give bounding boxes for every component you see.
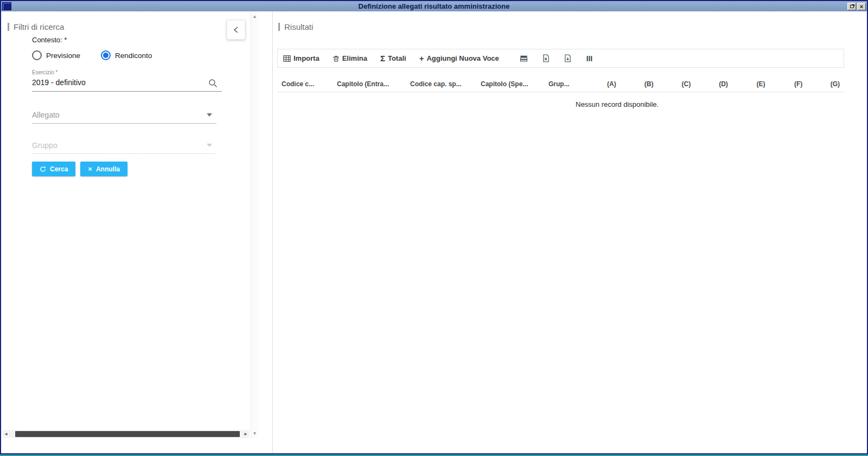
empty-state-text: Nessun record disponibile. xyxy=(576,100,659,108)
horizontal-scrollbar[interactable]: ◄ ► xyxy=(2,430,250,438)
app-window: Definizione allegati risultato amministr… xyxy=(0,0,868,454)
scroll-right-icon[interactable]: ► xyxy=(244,432,248,436)
chevron-down-icon[interactable] xyxy=(207,113,212,117)
contesto-radio-group: Previsione Rendiconto xyxy=(32,50,152,60)
results-toolbar: Importa Elimina Σ Totali + Aggiungi Nuov… xyxy=(277,49,844,68)
aggiungi-nuova-voce-button[interactable]: + Aggiungi Nuova Voce xyxy=(419,54,499,62)
results-title-label: Risultati xyxy=(284,22,313,31)
cerca-button[interactable]: Cerca xyxy=(32,162,75,176)
close-button[interactable]: × xyxy=(857,3,866,10)
export-pdf-button[interactable] xyxy=(564,54,571,62)
column-header[interactable]: (C) xyxy=(658,80,695,88)
results-title: Risultati xyxy=(278,22,313,31)
filters-panel: Filtri di ricerca Contesto: * Previsione… xyxy=(1,11,251,453)
column-header[interactable]: Grup... xyxy=(544,80,583,88)
column-header[interactable]: (G) xyxy=(807,80,844,88)
excel-icon xyxy=(542,54,550,62)
filters-title: Filtri di ricerca xyxy=(8,22,64,31)
column-header[interactable]: (A) xyxy=(583,80,621,88)
close-icon: × xyxy=(860,4,863,9)
aggiungi-label: Aggiungi Nuova Voce xyxy=(426,54,499,62)
grid-icon xyxy=(283,55,291,62)
column-header[interactable]: (E) xyxy=(732,80,770,88)
importa-button[interactable]: Importa xyxy=(283,54,320,62)
search-icon[interactable] xyxy=(208,79,218,88)
radio-previsione-label: Previsione xyxy=(46,52,80,60)
collapse-panel-button[interactable] xyxy=(227,20,245,40)
titlebar: Definizione allegati risultato amministr… xyxy=(1,1,867,11)
column-header[interactable]: (B) xyxy=(621,80,658,88)
radio-rendiconto[interactable]: Rendiconto xyxy=(101,50,152,60)
chevron-left-icon xyxy=(233,26,239,34)
gruppo-underline xyxy=(32,153,216,154)
column-header[interactable]: Capitolo (Entra... xyxy=(333,80,406,88)
column-header[interactable]: Capitolo (Spe... xyxy=(476,80,544,88)
results-panel: Risultati Importa Elimina Σ Totali + xyxy=(272,11,867,453)
totali-button[interactable]: Σ Totali xyxy=(380,54,406,62)
restore-icon xyxy=(850,5,854,8)
allegato-underline xyxy=(32,123,216,124)
section-bar xyxy=(8,23,9,31)
contesto-label: Contesto: * xyxy=(32,36,67,44)
pdf-icon xyxy=(564,54,571,62)
export-table-button[interactable] xyxy=(520,55,528,62)
vertical-scrollbar[interactable]: ▲ ▼ xyxy=(251,12,258,438)
scroll-left-icon[interactable]: ◄ xyxy=(4,432,8,436)
plus-icon: + xyxy=(419,54,424,62)
export-icons-group xyxy=(520,54,593,62)
columns-icon-button[interactable] xyxy=(586,55,593,62)
elimina-button[interactable]: Elimina xyxy=(333,54,367,62)
filters-title-label: Filtri di ricerca xyxy=(14,22,64,31)
trash-icon xyxy=(333,55,340,62)
column-header[interactable]: (D) xyxy=(695,80,732,88)
window-content: Filtri di ricerca Contesto: * Previsione… xyxy=(1,11,867,453)
gruppo-select: Gruppo xyxy=(32,141,58,150)
refresh-icon xyxy=(40,166,46,172)
section-bar xyxy=(278,23,280,31)
annulla-button[interactable]: × Annulla xyxy=(80,162,127,176)
columns-icon xyxy=(586,55,593,62)
x-icon: × xyxy=(88,165,92,172)
scroll-down-icon[interactable]: ▼ xyxy=(253,431,257,436)
export-excel-button[interactable] xyxy=(542,54,550,62)
cerca-label: Cerca xyxy=(50,165,68,173)
radio-circle-icon xyxy=(32,50,42,60)
restore-button[interactable] xyxy=(847,3,856,10)
elimina-label: Elimina xyxy=(342,54,367,62)
esercizio-label: Esercizio * xyxy=(32,69,58,75)
esercizio-underline xyxy=(32,91,222,92)
esercizio-field[interactable]: 2019 - definitivo xyxy=(32,78,86,87)
radio-circle-icon xyxy=(101,50,111,60)
scrollbar-thumb[interactable] xyxy=(15,431,240,437)
totali-label: Totali xyxy=(388,54,406,62)
annulla-label: Annulla xyxy=(96,165,120,173)
column-header[interactable]: (F) xyxy=(770,80,807,88)
column-header[interactable]: Codice cap. sp... xyxy=(406,80,476,88)
importa-label: Importa xyxy=(293,54,320,62)
table-icon xyxy=(520,55,528,62)
scroll-up-icon[interactable]: ▲ xyxy=(253,14,257,19)
chevron-down-icon xyxy=(207,144,212,147)
allegato-select[interactable]: Allegato xyxy=(32,111,60,119)
sigma-icon: Σ xyxy=(380,54,385,62)
radio-previsione[interactable]: Previsione xyxy=(32,50,80,60)
grid-header-row: Codice c... Capitolo (Entra... Codice ca… xyxy=(277,76,844,92)
column-header[interactable]: Codice c... xyxy=(277,80,333,88)
filters-actions: Cerca × Annulla xyxy=(32,162,127,176)
window-title: Definizione allegati risultato amministr… xyxy=(1,2,867,10)
radio-rendiconto-label: Rendiconto xyxy=(115,52,152,60)
